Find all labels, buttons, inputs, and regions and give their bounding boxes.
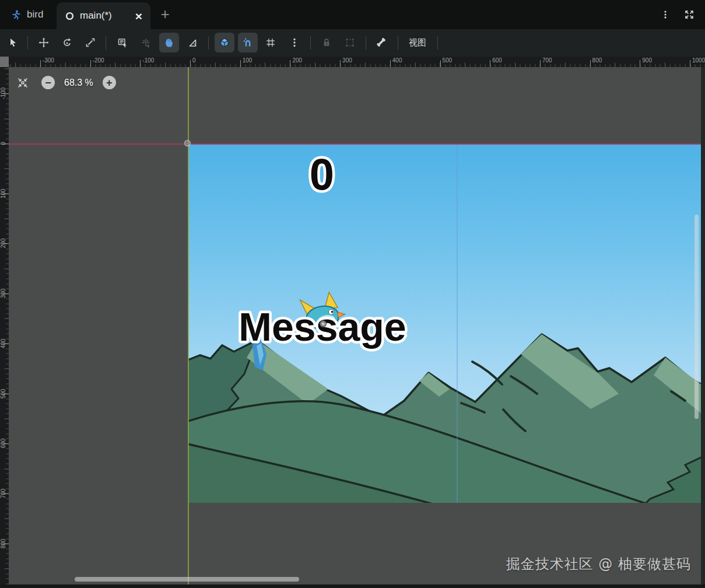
kebab-menu-icon [660, 9, 671, 20]
zoom-in-button[interactable]: + [103, 76, 116, 89]
tab-scene-bird[interactable]: bird [5, 0, 49, 29]
pan-hand-icon [163, 37, 175, 48]
ruler-tick-label: 700 [542, 57, 552, 64]
ruler-tick-label: 300 [0, 282, 7, 305]
fullscreen-icon [683, 9, 695, 20]
list-select-icon [117, 37, 128, 48]
ruler-major-tick [140, 60, 141, 67]
scale-icon [85, 37, 96, 48]
vertical-dots-icon [289, 37, 300, 48]
view-menu-label: 视图 [409, 37, 426, 48]
move-tool-button[interactable] [34, 33, 54, 52]
cube-snap-icon [219, 37, 230, 48]
skeleton-options-button[interactable] [371, 33, 391, 52]
select-arrow-icon [7, 37, 19, 48]
ruler-tick-label: 300 [342, 57, 352, 64]
toolbar-divider [366, 36, 366, 50]
list-select-tool-button[interactable] [113, 33, 132, 52]
scene-artwork: 0 Message [188, 144, 702, 503]
ruler-major-tick [490, 60, 490, 67]
pivot-snap-tool-button[interactable] [136, 33, 156, 52]
lock-node-button[interactable] [317, 33, 336, 52]
ruler-tick-label: 700 [0, 482, 7, 505]
ruler-tick-label: 200 [292, 57, 302, 64]
bottom-panel-edge [0, 584, 705, 588]
runner-icon [10, 9, 22, 20]
ruler-major-tick [90, 60, 91, 67]
center-view-button[interactable] [17, 77, 29, 89]
toolbar-divider [310, 36, 311, 50]
godot-2d-editor-window: { "tabs": { "items": [ { "label": "bird"… [0, 0, 705, 588]
toolbar-divider [208, 36, 209, 50]
grid-snap-toggle-button[interactable] [261, 33, 280, 52]
tab-scene-main[interactable]: main(*) × [57, 2, 150, 29]
ruler-tick-label: 100 [0, 182, 7, 205]
score-label: 0 [310, 149, 334, 199]
group-icon [344, 37, 356, 48]
zoom-out-button[interactable]: − [41, 76, 55, 89]
ruler-triangle-icon [187, 37, 198, 48]
close-tab-icon[interactable]: × [135, 10, 142, 22]
select-tool-button[interactable] [3, 33, 23, 52]
ruler-tick-label: 800 [0, 532, 7, 555]
object-snap-toggle-button[interactable] [215, 33, 234, 52]
grid-snap-icon [265, 37, 276, 48]
ruler-major-tick [240, 60, 241, 67]
background-sprite-seam [457, 144, 458, 503]
minus-icon: − [45, 78, 51, 88]
center-view-icon [17, 77, 29, 89]
x-axis-line [9, 144, 701, 145]
magnet-snap-icon [242, 37, 254, 48]
lock-icon [321, 37, 332, 48]
ruler-tick-label: -200 [93, 57, 104, 64]
snap-options-button[interactable] [285, 33, 304, 52]
vertical-scrollbar[interactable] [695, 215, 699, 419]
watermark-text: 掘金技术社区 @ 柚要做甚码 [506, 555, 691, 573]
ruler-tick-label: -300 [43, 57, 54, 64]
rotate-icon [61, 37, 73, 48]
ruler-left: -1000100200300400500600700800 [0, 67, 9, 584]
ruler-major-tick [540, 60, 541, 67]
ruler-corner [0, 57, 9, 67]
horizontal-scrollbar[interactable] [75, 577, 299, 582]
zoom-level-value[interactable]: 68.3 % [64, 78, 93, 88]
plus-icon: + [106, 78, 113, 88]
scale-tool-button[interactable] [80, 33, 100, 52]
ruler-major-tick [290, 60, 290, 67]
scene-circle-icon [65, 11, 75, 21]
ruler-top: -300-200-1000100200300400500600700800900… [9, 57, 705, 67]
ruler-tick-label: 900 [642, 57, 652, 64]
2d-viewport[interactable]: 0 Message − 68.3 [9, 67, 705, 584]
origin-handle[interactable] [184, 140, 191, 146]
ruler-tick-label: -100 [0, 82, 7, 105]
toolbar-divider [106, 36, 106, 50]
view-menu-button[interactable]: 视图 [402, 33, 433, 52]
ruler-tick-label: 400 [0, 332, 7, 355]
ruler-tick-label: 200 [0, 232, 7, 255]
ruler-major-tick [40, 60, 41, 67]
ruler-major-tick [640, 60, 640, 67]
fullscreen-button[interactable] [683, 8, 696, 21]
ruler-major-tick [190, 60, 191, 67]
new-tab-button[interactable]: + [157, 6, 173, 23]
ruler-tick-label: 1000 [692, 57, 705, 64]
tab-label: main(*) [80, 10, 112, 22]
group-node-button[interactable] [340, 33, 360, 52]
pan-tool-button[interactable] [159, 33, 179, 52]
ruler-tick-label: 400 [392, 57, 402, 64]
ruler-tick-label: 600 [0, 432, 7, 455]
ruler-tick-label: 500 [0, 382, 7, 405]
rotate-tool-button[interactable] [57, 33, 77, 52]
tab-label: bird [27, 9, 43, 20]
ruler-tool-button[interactable] [183, 33, 202, 52]
ruler-tick-label: 800 [592, 57, 602, 64]
smart-snap-toggle-button[interactable] [238, 33, 258, 52]
window-menu-button[interactable] [659, 8, 672, 21]
toolbar-divider [27, 36, 28, 50]
zoom-controls: − 68.3 % + [17, 76, 116, 89]
bone-icon [376, 37, 387, 48]
toolbar-divider [437, 36, 438, 50]
ruler-tick-label: 100 [243, 57, 252, 64]
toolbar-divider [398, 36, 398, 50]
ruler-tick-label: 0 [0, 132, 7, 155]
